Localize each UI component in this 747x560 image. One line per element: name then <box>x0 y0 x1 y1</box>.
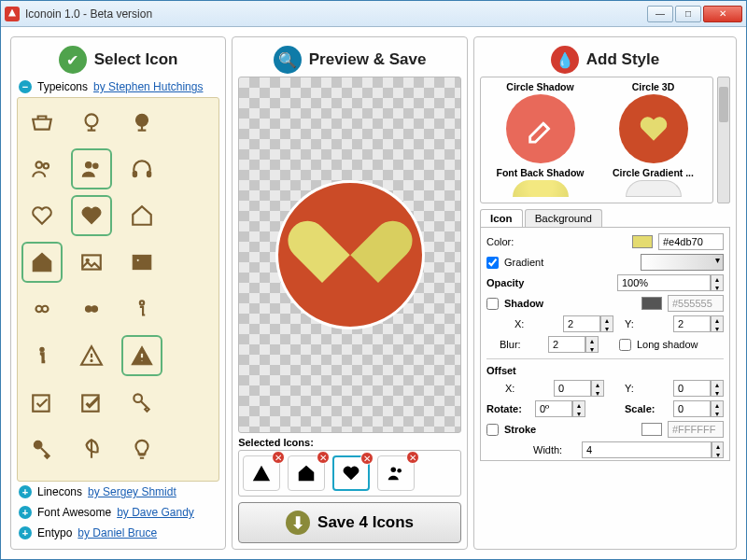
icon-heart-fill[interactable] <box>71 195 112 236</box>
shadow-x-label: X: <box>514 318 557 329</box>
icon-blank7[interactable] <box>171 382 212 423</box>
pack-typeicons[interactable]: − Typeicons by Stephen Hutchings <box>17 77 219 97</box>
rotate-input[interactable] <box>535 400 572 417</box>
pack-name: Linecons <box>37 485 82 498</box>
expand-icon: + <box>19 485 32 498</box>
stroke-swatch[interactable] <box>641 423 662 436</box>
remove-icon[interactable]: ✕ <box>272 451 285 464</box>
icon-basket[interactable] <box>21 102 63 143</box>
selected-heart[interactable]: ✕ <box>332 455 370 491</box>
heart-icon <box>313 217 388 292</box>
pack-name: Font Awesome <box>37 506 111 519</box>
selected-warn[interactable]: ✕ <box>243 455 280 491</box>
icon-blank[interactable] <box>171 102 212 143</box>
svg-point-0 <box>86 114 98 126</box>
app-window: Iconoin 1.0 - Beta version — □ ✕ ✔ Selec… <box>0 0 747 560</box>
icon-users-fill[interactable] <box>71 148 112 189</box>
pack-author-link[interactable]: by Stephen Hutchings <box>93 80 203 93</box>
icon-infinity-fill[interactable] <box>71 288 112 329</box>
gradient-select[interactable] <box>641 254 725 271</box>
offset-x-input[interactable] <box>554 380 591 397</box>
icon-check-outline[interactable] <box>21 382 63 423</box>
icon-info-outline[interactable] <box>121 288 162 329</box>
stroke-checkbox[interactable] <box>486 424 499 436</box>
tab-icon[interactable]: Icon <box>480 209 523 227</box>
opacity-spinner[interactable]: ▴▾ <box>711 274 724 291</box>
pack-author-link[interactable]: by Dave Gandy <box>117 506 194 519</box>
gradient-checkbox[interactable] <box>486 257 499 269</box>
icon-blank2[interactable] <box>171 148 212 189</box>
opacity-label: Opacity <box>486 277 529 288</box>
icon-warn-fill[interactable] <box>121 335 162 376</box>
icon-blank4[interactable] <box>171 242 212 283</box>
color-input[interactable] <box>658 233 724 250</box>
color-label: Color: <box>486 236 529 247</box>
shadow-label: Shadow <box>504 298 547 309</box>
pack-author-link[interactable]: by Daniel Bruce <box>78 526 157 539</box>
icon-leaf[interactable] <box>71 428 112 469</box>
selected-home[interactable]: ✕ <box>288 455 325 491</box>
pack-entypo[interactable]: + Entypo by Daniel Bruce <box>17 523 219 543</box>
save-button[interactable]: ⬇ Save 4 Icons <box>238 502 461 543</box>
svg-point-18 <box>134 394 142 402</box>
icon-key-fill[interactable] <box>21 428 63 469</box>
icon-key-outline[interactable] <box>121 382 162 423</box>
scale-input[interactable] <box>673 400 711 417</box>
svg-point-5 <box>93 163 98 168</box>
pack-linecons[interactable]: + Linecons by Sergey Shmidt <box>17 482 219 502</box>
shadow-checkbox[interactable] <box>486 298 499 310</box>
icon-warn-outline[interactable] <box>71 335 112 376</box>
opacity-input[interactable] <box>617 274 711 291</box>
color-swatch[interactable] <box>632 235 653 248</box>
icon-home-outline[interactable] <box>121 195 162 236</box>
stroke-label: Stroke <box>504 424 547 435</box>
preset-font-back-shadow[interactable]: Font Back Shadow <box>485 167 596 199</box>
preset-circle-gradient[interactable]: Circle Gradient ... <box>598 167 709 199</box>
select-icon-panel: ✔ Select Icon − Typeicons by Stephen Hut… <box>10 36 226 550</box>
remove-icon[interactable]: ✕ <box>406 451 419 464</box>
preset-circle-shadow[interactable]: Circle Shadow <box>485 81 596 165</box>
icon-image-outline[interactable] <box>71 242 112 283</box>
offset-y-input[interactable] <box>673 380 711 397</box>
property-tabs: Icon Background <box>480 209 730 227</box>
shadow-y-input[interactable] <box>673 315 711 332</box>
icon-check-fill[interactable] <box>71 382 112 423</box>
longshadow-checkbox[interactable] <box>619 339 631 351</box>
preset-circle-3d[interactable]: Circle 3D <box>598 81 709 165</box>
icon-image-fill[interactable] <box>121 242 162 283</box>
svg-point-15 <box>140 359 142 361</box>
pack-author-link[interactable]: by Sergey Shmidt <box>88 485 176 498</box>
svg-rect-7 <box>147 171 150 177</box>
icon-globe[interactable] <box>71 102 112 143</box>
svg-point-3 <box>44 163 49 168</box>
tab-background[interactable]: Background <box>525 209 602 227</box>
minimize-button[interactable]: — <box>647 6 673 22</box>
save-label: Save 4 Icons <box>317 513 414 532</box>
icon-home-fill[interactable] <box>21 242 63 283</box>
styles-scrollbar[interactable] <box>717 77 730 203</box>
remove-icon[interactable]: ✕ <box>360 452 374 465</box>
svg-rect-16 <box>33 395 49 411</box>
selected-users[interactable]: ✕ <box>377 455 415 491</box>
shadow-x-input[interactable] <box>563 315 600 332</box>
stroke-width-input[interactable] <box>582 441 712 458</box>
icon-info-fill[interactable] <box>21 335 63 376</box>
icon-blank3[interactable] <box>171 195 212 236</box>
expand-icon: + <box>19 506 32 519</box>
icon-infinity-outline[interactable] <box>21 288 63 329</box>
icon-heart-outline[interactable] <box>21 195 63 236</box>
icon-headphones[interactable] <box>121 148 162 189</box>
svg-point-21 <box>398 469 402 473</box>
icon-blank5[interactable] <box>171 288 212 329</box>
blur-input[interactable] <box>548 336 585 353</box>
pack-fontawesome[interactable]: + Font Awesome by Dave Gandy <box>17 502 219 523</box>
shadow-swatch[interactable] <box>641 297 662 310</box>
maximize-button[interactable]: □ <box>675 6 701 22</box>
icon-globe-fill[interactable] <box>121 102 162 143</box>
svg-point-19 <box>34 441 42 449</box>
icon-bulb[interactable] <box>121 428 162 469</box>
icon-blank6[interactable] <box>171 335 212 376</box>
icon-users-outline[interactable] <box>21 148 63 189</box>
close-button[interactable]: ✕ <box>703 6 742 22</box>
remove-icon[interactable]: ✕ <box>317 451 330 464</box>
